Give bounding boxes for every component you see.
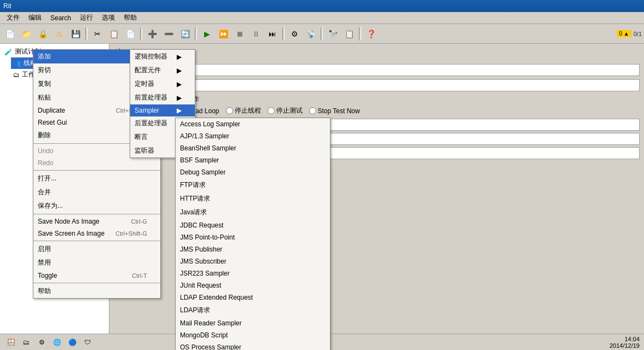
- comment-input[interactable]: [138, 79, 640, 91]
- radio-stop-thread[interactable]: 停止线程: [226, 106, 261, 115]
- status-icon-4: 🌐: [50, 336, 63, 349]
- sampler-http[interactable]: HTTP请求: [176, 192, 330, 206]
- submenu1-sampler-arrow: ▶: [177, 107, 182, 114]
- status-icon-2: 🗂: [20, 336, 33, 349]
- sampler-jsr223-label: JSR223 Sampler: [180, 270, 230, 277]
- sampler-mongodb[interactable]: MongoDB Script: [176, 329, 330, 341]
- toolbar-stop-btn[interactable]: ⏹: [232, 26, 247, 42]
- toolbar-warning-btn[interactable]: ⚠: [51, 26, 67, 42]
- radio-stop-test[interactable]: 停止测试: [268, 106, 303, 115]
- menu-file[interactable]: 文件: [2, 12, 24, 24]
- sampler-debug[interactable]: Debug Sampler: [176, 166, 330, 178]
- ctx-sep-3: [33, 214, 160, 214]
- ctx-undo-label: Undo: [38, 147, 54, 155]
- submenu1-pre-processor[interactable]: 前置处理器 ▶: [130, 91, 195, 104]
- sampler-jdbc[interactable]: JDBC Request: [176, 219, 330, 231]
- menu-search[interactable]: Search: [46, 13, 76, 23]
- sampler-jms-pub-label: JMS Publisher: [180, 246, 222, 253]
- ctx-disable[interactable]: 禁用: [33, 256, 160, 270]
- sampler-ftp[interactable]: FTP请求: [176, 178, 330, 192]
- toolbar-new-btn[interactable]: 📄: [2, 26, 18, 42]
- name-input[interactable]: [138, 64, 640, 76]
- toolbar-save-btn[interactable]: 💾: [68, 26, 83, 42]
- toolbar-forward-btn[interactable]: ⏭: [265, 26, 280, 42]
- ctx-merge[interactable]: 合并: [33, 185, 160, 199]
- submenu1-timer-label: 定时器: [135, 79, 154, 89]
- menu-options[interactable]: 选项: [97, 12, 119, 24]
- ctx-save-screen-image-shortcut: Ctrl+Shift-G: [115, 230, 147, 237]
- sampler-ldap-ext-label: LDAP Extended Request: [180, 294, 253, 301]
- menu-edit[interactable]: 编辑: [24, 12, 46, 24]
- sampler-beanshell[interactable]: BeanShell Sampler: [176, 142, 330, 154]
- toolbar-settings-btn[interactable]: ⚙: [287, 26, 302, 42]
- submenu1-listener-label: 监听器: [135, 146, 154, 155]
- sampler-jsr223[interactable]: JSR223 Sampler: [176, 267, 330, 279]
- workbench-icon: 🗂: [13, 71, 20, 79]
- toolbar-add-btn[interactable]: ➕: [144, 26, 160, 42]
- toolbar-folder-btn[interactable]: 📁: [19, 26, 34, 42]
- sampler-ldap-ext[interactable]: LDAP Extended Request: [176, 291, 330, 304]
- toolbar-help-btn[interactable]: ❓: [363, 26, 379, 42]
- submenu1-logic-arrow: ▶: [177, 53, 182, 61]
- title-bar: Rit: [0, 0, 644, 12]
- menu-bar: 文件 编辑 Search 运行 选项 帮助: [0, 12, 644, 24]
- toolbar-sep-6: [359, 27, 361, 40]
- thread-count: 0/1: [634, 31, 642, 37]
- submenu1-logic-label: 逻辑控制器: [135, 52, 167, 61]
- submenu1-logic[interactable]: 逻辑控制器 ▶: [130, 50, 195, 63]
- menu-run[interactable]: 运行: [76, 12, 97, 24]
- radio-stop-now[interactable]: Stop Test Now: [309, 107, 360, 115]
- submenu1-pre-processor-arrow: ▶: [177, 94, 182, 102]
- sampler-jms-p2p[interactable]: JMS Point-to-Point: [176, 231, 330, 243]
- toolbar-new2-btn[interactable]: 📄: [123, 26, 138, 42]
- sampler-jms-sub[interactable]: JMS Subscriber: [176, 255, 330, 267]
- submenu1-sampler[interactable]: Sampler ▶: [130, 104, 195, 116]
- submenu1-config-label: 配置元件: [135, 66, 161, 75]
- ctx-reset-gui-label: Reset Gui: [38, 119, 67, 126]
- toolbar-sep-5: [321, 27, 323, 40]
- ctx-save-screen-image[interactable]: Save Screen As Image Ctrl+Shift-G: [33, 228, 160, 240]
- ctx-redo-label: Redo: [38, 159, 54, 167]
- ctx-open[interactable]: 打开...: [33, 172, 160, 185]
- submenu1-pre-processor-label: 前置处理器: [135, 93, 167, 102]
- ctx-open-label: 打开...: [38, 174, 56, 183]
- toolbar-sep-4: [282, 27, 285, 40]
- toolbar-binoculars-btn[interactable]: 🔭: [325, 26, 340, 42]
- ctx-enable[interactable]: 启用: [33, 242, 160, 256]
- sampler-os-process[interactable]: OS Process Sampler: [176, 341, 330, 350]
- sampler-access-log[interactable]: Access Log Sampler: [176, 118, 330, 130]
- toolbar-play-btn[interactable]: ▶: [199, 26, 214, 42]
- sampler-ldap[interactable]: LDAP请求: [176, 304, 330, 317]
- toolbar-play2-btn[interactable]: ⏩: [216, 26, 231, 42]
- toolbar-cut-btn[interactable]: ✂: [90, 26, 105, 42]
- ctx-sep-5: [33, 283, 160, 283]
- toolbar-copy-btn[interactable]: 📋: [106, 26, 121, 42]
- ctx-help[interactable]: 帮助: [33, 284, 160, 298]
- sampler-bsf[interactable]: BSF Sampler: [176, 154, 330, 166]
- menu-help[interactable]: 帮助: [119, 12, 141, 24]
- ctx-merge-label: 合并: [38, 188, 51, 197]
- toolbar-pause-btn[interactable]: ⏸: [248, 26, 264, 42]
- sampler-jms-pub[interactable]: JMS Publisher: [176, 243, 330, 255]
- ctx-sep-4: [33, 241, 160, 241]
- sampler-mail-reader[interactable]: Mail Reader Sampler: [176, 317, 330, 329]
- toolbar-lock-btn[interactable]: 🔒: [35, 26, 50, 42]
- ctx-save-as[interactable]: 保存为...: [33, 199, 160, 213]
- toolbar-remote-btn[interactable]: 📡: [303, 26, 318, 42]
- toolbar-list-btn[interactable]: 📋: [341, 26, 357, 42]
- sampler-ajp[interactable]: AJP/1.3 Sampler: [176, 130, 330, 142]
- ctx-toggle[interactable]: Toggle Ctrl-T: [33, 270, 160, 282]
- toolbar-minus-btn[interactable]: ➖: [161, 26, 176, 42]
- sampler-ldap-label: LDAP请求: [180, 306, 210, 315]
- ctx-save-node-image-shortcut: Ctrl-G: [131, 218, 147, 225]
- title-text: Rit: [3, 2, 11, 10]
- ctx-save-node-image[interactable]: Save Node As Image Ctrl-G: [33, 215, 160, 228]
- toolbar-refresh-btn[interactable]: 🔄: [177, 26, 193, 42]
- ctx-add-label: 添加: [38, 52, 51, 61]
- submenu1-timer[interactable]: 定时器 ▶: [130, 77, 195, 91]
- sampler-junit[interactable]: JUnit Request: [176, 279, 330, 291]
- sampler-java[interactable]: Java请求: [176, 206, 330, 219]
- submenu1-timer-arrow: ▶: [177, 80, 182, 88]
- submenu1-config[interactable]: 配置元件 ▶: [130, 63, 195, 77]
- ctx-toggle-shortcut: Ctrl-T: [132, 272, 147, 279]
